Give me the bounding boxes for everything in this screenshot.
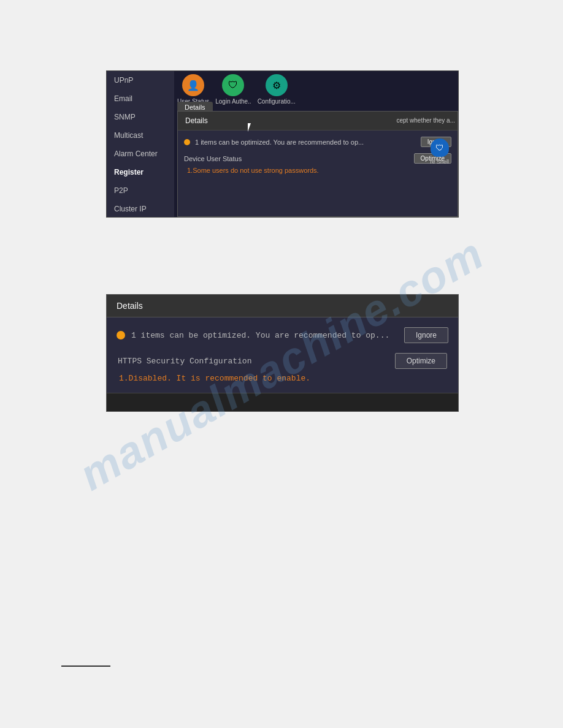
warning-dot-top — [184, 139, 190, 145]
sidebar-item-email[interactable]: Email — [107, 89, 174, 108]
bottom-line — [61, 665, 110, 667]
accept-text: cept whether they a... — [396, 117, 455, 124]
https-row: HTTPS Security Configuration Optimize — [117, 353, 448, 369]
configuration-icon-item[interactable]: ⚙ Configuratio... — [258, 74, 296, 105]
user-status-icon-item[interactable]: 👤 User Status — [177, 74, 209, 105]
login-auth-label: Login Authe.. — [215, 98, 251, 105]
warning-text-bottom: 1.Disabled. It is recommended to enable. — [117, 374, 448, 383]
sidebar-item-p2p[interactable]: P2P — [107, 181, 174, 200]
configuration-icon: ⚙ — [266, 74, 288, 96]
bottom-screenshot: Details 1 items can be optimized. You ar… — [106, 294, 459, 412]
sidebar-item-upnp[interactable]: UPnP — [107, 71, 174, 89]
secure-shell-label: re Shell — [430, 159, 449, 165]
login-auth-icon: 🛡 — [222, 74, 244, 96]
details-header-bottom: Details — [107, 295, 458, 317]
icons-row: 👤 User Status 🛡 Login Authe.. ⚙ Configur… — [177, 74, 296, 105]
optimize-row-top: 1 items can be optimized. You are recomm… — [184, 137, 451, 147]
sidebar-item-alarm-center[interactable]: Alarm Center — [107, 145, 174, 163]
sidebar-item-multicast[interactable]: Multicast — [107, 126, 174, 145]
panel-content-top: 1 items can be optimized. You are recomm… — [178, 131, 458, 180]
device-user-label: Device User Status — [184, 155, 242, 162]
optimize-message-bottom: 1 items can be optimized. You are recomm… — [131, 331, 398, 340]
device-user-row: Device User Status Optimize — [184, 153, 451, 164]
login-auth-icon-item[interactable]: 🛡 Login Authe.. — [215, 74, 251, 105]
sidebar-item-register[interactable]: Register — [107, 163, 174, 181]
ignore-button-bottom[interactable]: Ignore — [404, 327, 448, 343]
sidebar: UPnP Email SNMP Multicast Alarm Center R… — [107, 71, 174, 217]
warning-text-top: 1.Some users do not use strong passwords… — [187, 167, 451, 174]
user-status-icon: 👤 — [182, 74, 204, 96]
optimize-button-bottom[interactable]: Optimize — [395, 353, 447, 369]
https-label: HTTPS Security Configuration — [118, 357, 251, 366]
configuration-label: Configuratio... — [258, 98, 296, 105]
panel-content-bottom: 1 items can be optimized. You are recomm… — [107, 317, 458, 393]
sidebar-item-snmp[interactable]: SNMP — [107, 108, 174, 126]
panel-footer — [107, 393, 458, 411]
top-screenshot: UPnP Email SNMP Multicast Alarm Center R… — [106, 70, 459, 218]
secure-shell-badge: 🛡 re Shell — [430, 138, 449, 165]
optimize-message-top: 1 items can be optimized. You are recomm… — [195, 138, 416, 146]
shield-blue-icon: 🛡 — [431, 138, 449, 157]
details-panel-top: Details 1 items can be optimized. You ar… — [177, 111, 458, 217]
sidebar-item-cluster-ip[interactable]: Cluster IP — [107, 200, 174, 218]
warning-dot-bottom — [117, 331, 125, 339]
optimize-row-bottom: 1 items can be optimized. You are recomm… — [117, 327, 448, 343]
cursor — [248, 123, 255, 134]
